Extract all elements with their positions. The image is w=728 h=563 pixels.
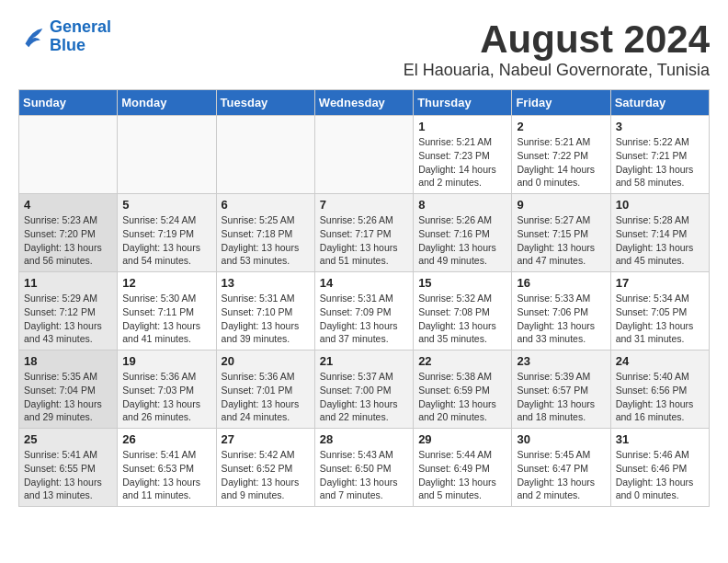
day-number: 8: [418, 198, 506, 212]
day-content: Sunrise: 5:26 AM Sunset: 7:16 PM Dayligh…: [418, 213, 506, 268]
day-number: 15: [418, 276, 506, 290]
day-number: 30: [517, 432, 605, 446]
calendar-day-cell: 16Sunrise: 5:33 AM Sunset: 7:06 PM Dayli…: [512, 272, 610, 350]
calendar-day-cell: 2Sunrise: 5:21 AM Sunset: 7:22 PM Daylig…: [512, 116, 610, 194]
day-number: 11: [24, 276, 112, 290]
day-content: Sunrise: 5:28 AM Sunset: 7:14 PM Dayligh…: [616, 213, 704, 268]
title-block: August 2024 El Haouaria, Nabeul Governor…: [404, 18, 710, 80]
calendar-header-row: SundayMondayTuesdayWednesdayThursdayFrid…: [19, 90, 710, 116]
day-content: Sunrise: 5:36 AM Sunset: 7:03 PM Dayligh…: [122, 370, 210, 424]
day-number: 18: [24, 354, 112, 368]
day-number: 21: [320, 354, 408, 368]
calendar-day-cell: 12Sunrise: 5:30 AM Sunset: 7:11 PM Dayli…: [118, 272, 216, 350]
day-number: 19: [122, 354, 210, 368]
calendar-week-row: 11Sunrise: 5:29 AM Sunset: 7:12 PM Dayli…: [19, 272, 710, 350]
calendar-day-cell: 3Sunrise: 5:22 AM Sunset: 7:21 PM Daylig…: [610, 116, 709, 194]
calendar-week-row: 18Sunrise: 5:35 AM Sunset: 7:04 PM Dayli…: [19, 350, 710, 429]
day-number: 31: [616, 432, 704, 446]
subtitle: El Haouaria, Nabeul Governorate, Tunisia: [404, 61, 710, 80]
day-number: 25: [24, 432, 112, 446]
main-title: August 2024: [404, 18, 710, 61]
calendar-day-cell: 27Sunrise: 5:42 AM Sunset: 6:52 PM Dayli…: [216, 429, 314, 507]
day-number: 7: [320, 198, 408, 212]
calendar-day-cell: 7Sunrise: 5:26 AM Sunset: 7:17 PM Daylig…: [314, 194, 413, 272]
calendar-day-cell: 15Sunrise: 5:32 AM Sunset: 7:08 PM Dayli…: [414, 272, 512, 350]
day-number: 29: [418, 432, 506, 446]
day-content: Sunrise: 5:37 AM Sunset: 7:00 PM Dayligh…: [320, 370, 408, 424]
day-content: Sunrise: 5:21 AM Sunset: 7:22 PM Dayligh…: [517, 135, 605, 190]
day-content: Sunrise: 5:29 AM Sunset: 7:12 PM Dayligh…: [24, 292, 112, 346]
day-number: 16: [517, 276, 605, 290]
calendar-day-header: Monday: [118, 90, 216, 116]
calendar-day-header: Sunday: [19, 90, 118, 116]
day-content: Sunrise: 5:31 AM Sunset: 7:10 PM Dayligh…: [222, 292, 310, 346]
day-number: 4: [24, 198, 112, 212]
calendar-day-header: Thursday: [414, 90, 512, 116]
calendar-day-cell: 6Sunrise: 5:25 AM Sunset: 7:18 PM Daylig…: [216, 194, 314, 272]
day-content: Sunrise: 5:24 AM Sunset: 7:19 PM Dayligh…: [122, 213, 210, 268]
logo: General Blue: [18, 18, 111, 55]
logo-text: General Blue: [50, 18, 111, 55]
calendar-day-cell: 9Sunrise: 5:27 AM Sunset: 7:15 PM Daylig…: [512, 194, 610, 272]
calendar-table: SundayMondayTuesdayWednesdayThursdayFrid…: [18, 89, 710, 507]
day-number: 12: [122, 276, 210, 290]
calendar-day-cell: 26Sunrise: 5:41 AM Sunset: 6:53 PM Dayli…: [118, 429, 216, 507]
day-number: 2: [517, 120, 605, 133]
calendar-day-header: Saturday: [610, 90, 709, 116]
calendar-day-cell: 17Sunrise: 5:34 AM Sunset: 7:05 PM Dayli…: [610, 272, 709, 350]
calendar-day-cell: 29Sunrise: 5:44 AM Sunset: 6:49 PM Dayli…: [414, 429, 512, 507]
calendar-day-cell: [216, 116, 314, 194]
calendar-day-cell: 20Sunrise: 5:36 AM Sunset: 7:01 PM Dayli…: [216, 350, 314, 429]
calendar-day-cell: 28Sunrise: 5:43 AM Sunset: 6:50 PM Dayli…: [314, 429, 413, 507]
day-content: Sunrise: 5:25 AM Sunset: 7:18 PM Dayligh…: [222, 213, 310, 268]
day-number: 22: [418, 354, 506, 368]
day-content: Sunrise: 5:27 AM Sunset: 7:15 PM Dayligh…: [517, 213, 605, 268]
day-number: 26: [122, 432, 210, 446]
calendar-week-row: 4Sunrise: 5:23 AM Sunset: 7:20 PM Daylig…: [19, 194, 710, 272]
calendar-day-cell: [118, 116, 216, 194]
day-content: Sunrise: 5:45 AM Sunset: 6:47 PM Dayligh…: [517, 448, 605, 502]
calendar-day-header: Tuesday: [216, 90, 314, 116]
day-content: Sunrise: 5:43 AM Sunset: 6:50 PM Dayligh…: [320, 448, 408, 502]
day-number: 23: [517, 354, 605, 368]
calendar-day-cell: [19, 116, 118, 194]
calendar-day-cell: 22Sunrise: 5:38 AM Sunset: 6:59 PM Dayli…: [414, 350, 512, 429]
day-content: Sunrise: 5:31 AM Sunset: 7:09 PM Dayligh…: [320, 292, 408, 346]
calendar-day-cell: 30Sunrise: 5:45 AM Sunset: 6:47 PM Dayli…: [512, 429, 610, 507]
day-content: Sunrise: 5:34 AM Sunset: 7:05 PM Dayligh…: [616, 292, 704, 346]
day-content: Sunrise: 5:36 AM Sunset: 7:01 PM Dayligh…: [222, 370, 310, 424]
calendar-day-cell: 8Sunrise: 5:26 AM Sunset: 7:16 PM Daylig…: [414, 194, 512, 272]
day-content: Sunrise: 5:33 AM Sunset: 7:06 PM Dayligh…: [517, 292, 605, 346]
day-number: 6: [222, 198, 310, 212]
day-content: Sunrise: 5:21 AM Sunset: 7:23 PM Dayligh…: [418, 135, 506, 190]
calendar-day-header: Wednesday: [314, 90, 413, 116]
calendar-week-row: 25Sunrise: 5:41 AM Sunset: 6:55 PM Dayli…: [19, 429, 710, 507]
day-number: 14: [320, 276, 408, 290]
calendar-day-cell: 19Sunrise: 5:36 AM Sunset: 7:03 PM Dayli…: [118, 350, 216, 429]
calendar-day-cell: 4Sunrise: 5:23 AM Sunset: 7:20 PM Daylig…: [19, 194, 118, 272]
day-content: Sunrise: 5:46 AM Sunset: 6:46 PM Dayligh…: [616, 448, 704, 502]
day-number: 9: [517, 198, 605, 212]
calendar-day-cell: 24Sunrise: 5:40 AM Sunset: 6:56 PM Dayli…: [610, 350, 709, 429]
calendar-day-cell: 13Sunrise: 5:31 AM Sunset: 7:10 PM Dayli…: [216, 272, 314, 350]
calendar-day-cell: [314, 116, 413, 194]
calendar-day-cell: 31Sunrise: 5:46 AM Sunset: 6:46 PM Dayli…: [610, 429, 709, 507]
day-content: Sunrise: 5:35 AM Sunset: 7:04 PM Dayligh…: [24, 370, 112, 424]
calendar-day-cell: 14Sunrise: 5:31 AM Sunset: 7:09 PM Dayli…: [314, 272, 413, 350]
day-content: Sunrise: 5:22 AM Sunset: 7:21 PM Dayligh…: [616, 135, 704, 190]
calendar-week-row: 1Sunrise: 5:21 AM Sunset: 7:23 PM Daylig…: [19, 116, 710, 194]
calendar-day-cell: 11Sunrise: 5:29 AM Sunset: 7:12 PM Dayli…: [19, 272, 118, 350]
day-content: Sunrise: 5:38 AM Sunset: 6:59 PM Dayligh…: [418, 370, 506, 424]
day-content: Sunrise: 5:41 AM Sunset: 6:55 PM Dayligh…: [24, 448, 112, 502]
day-content: Sunrise: 5:41 AM Sunset: 6:53 PM Dayligh…: [122, 448, 210, 502]
calendar-day-cell: 21Sunrise: 5:37 AM Sunset: 7:00 PM Dayli…: [314, 350, 413, 429]
calendar-day-cell: 1Sunrise: 5:21 AM Sunset: 7:23 PM Daylig…: [414, 116, 512, 194]
day-content: Sunrise: 5:39 AM Sunset: 6:57 PM Dayligh…: [517, 370, 605, 424]
calendar-day-cell: 5Sunrise: 5:24 AM Sunset: 7:19 PM Daylig…: [118, 194, 216, 272]
day-number: 1: [418, 120, 506, 133]
day-number: 27: [222, 432, 310, 446]
day-number: 13: [222, 276, 310, 290]
page-header: General Blue August 2024 El Haouaria, Na…: [18, 18, 710, 80]
day-number: 20: [222, 354, 310, 368]
day-content: Sunrise: 5:30 AM Sunset: 7:11 PM Dayligh…: [122, 292, 210, 346]
